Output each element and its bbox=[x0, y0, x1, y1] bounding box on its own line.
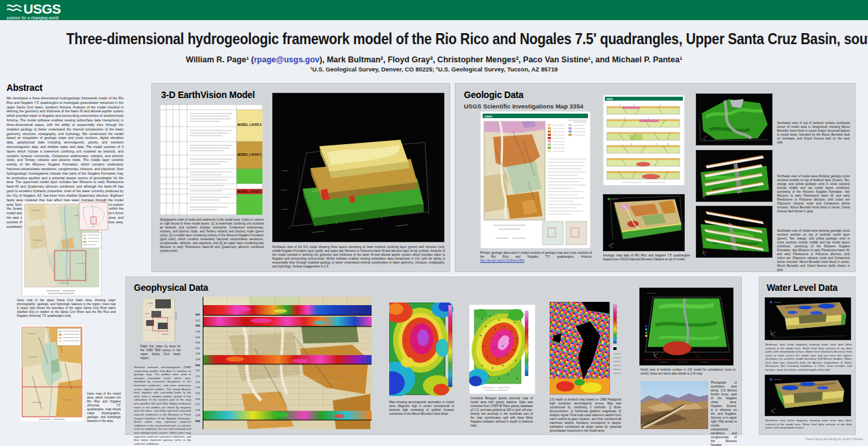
svg-text:3: 3 bbox=[568, 327, 570, 330]
bedrock-surface-view-image bbox=[696, 93, 772, 145]
cross-sections-sheet-image: USGS bbox=[603, 95, 685, 186]
tem-label: 519 bbox=[192, 414, 200, 417]
tem-label: 513 bbox=[192, 381, 200, 384]
svg-text:5: 5 bbox=[564, 350, 566, 353]
flight-line-index-image bbox=[142, 298, 177, 342]
affiliations-line: ¹U.S. Geological Survey, Denver, CO 8022… bbox=[0, 66, 868, 73]
bedrock-surface-view-caption: Southeast view of top of bedrock surface… bbox=[777, 121, 850, 145]
bedrock-3d-north-view-caption: North view of bedrock surface in 3-D mod… bbox=[641, 368, 735, 376]
border-fence-photo-image bbox=[641, 381, 708, 429]
authors-prefix: William R. Page¹ ( bbox=[186, 55, 254, 64]
usgs-logo: USGS science for a changing world bbox=[6, 2, 61, 20]
authors-line: William R. Page¹ (rpage@usgs.gov), Mark … bbox=[0, 55, 868, 64]
geologic-subheading: USGS Scientific Investigations Map 3354 bbox=[464, 103, 583, 110]
tem-label: 504 bbox=[192, 330, 200, 333]
water-level-heading: Water Level Data bbox=[767, 282, 837, 293]
index-map-model-caption: Index map of the model area, which inclu… bbox=[87, 392, 121, 423]
depth-to-bedrock-map-image: 2345761 bbox=[550, 302, 622, 395]
tem-label: 511 bbox=[192, 369, 200, 372]
poster-credit: Poster layout and design by Jeremy Haven… bbox=[806, 438, 863, 441]
model-layer-2-label: MODEL LAYER 2 bbox=[238, 153, 262, 156]
sheet-usgs-logo-text: USGS bbox=[485, 115, 492, 118]
aeromagnetic-map-image bbox=[389, 303, 454, 396]
page-title: Three-dimensional hydrogeologic framewor… bbox=[66, 30, 868, 48]
cross-sections-se-view-caption: Southeast view of model area showing geo… bbox=[777, 229, 850, 272]
tem-label: 512 bbox=[192, 375, 200, 378]
svg-text:2: 2 bbox=[594, 315, 596, 318]
index-map-basin-caption: Index map of the upper Santa Cruz basin … bbox=[17, 299, 116, 318]
tem-label: 506 bbox=[192, 341, 200, 344]
model-layer-1-label: MODEL LAYER 1 bbox=[238, 190, 262, 193]
geophysical-panel: Geophysical Data Flight line index by ar… bbox=[125, 277, 742, 435]
svg-text:1: 1 bbox=[578, 312, 580, 316]
abstract-heading: Abstract bbox=[6, 82, 125, 93]
authors-suffix: ), Mark Bultman², Floyd Gray², Christoph… bbox=[320, 55, 682, 64]
cross-sections-se-view-image bbox=[696, 206, 772, 258]
tem-label: 503 bbox=[192, 325, 200, 327]
gravity-caption: Complete Bouguer gravity anomaly map of … bbox=[470, 397, 533, 428]
earthvision-panel: 3-D EarthVision Model MODEL LAYER 3 MODE… bbox=[151, 83, 450, 272]
water-level-panel: Water Level Data Northeast view (chair d… bbox=[759, 277, 856, 435]
index-map-model-image bbox=[19, 325, 84, 422]
water-level-nw-view-image bbox=[765, 375, 851, 416]
tem-label: 520 bbox=[192, 420, 200, 423]
usgs-wave-icon bbox=[6, 3, 22, 14]
geologic-map-caption: Primary geologic data used in model cons… bbox=[480, 251, 592, 263]
draped-geology-caption: Geologic map data of Rio Rico and Nogale… bbox=[603, 254, 690, 262]
tem-label: 502 bbox=[192, 319, 200, 322]
tem-label: 515 bbox=[192, 392, 200, 395]
tem-label: 514 bbox=[192, 386, 200, 389]
earthvision-3d-model-caption: Northwest view of full 3-D model showing… bbox=[272, 245, 445, 269]
sheet-usgs-logo-text-2: USGS bbox=[607, 98, 613, 101]
index-map-basin-image bbox=[18, 201, 109, 297]
earthvision-3d-model-image bbox=[272, 93, 444, 242]
tem-label: 509 bbox=[192, 358, 200, 361]
tem-label: 508 bbox=[192, 353, 200, 355]
tem-label: 501 bbox=[192, 314, 200, 316]
geologic-map-sheet-image: USGS bbox=[480, 111, 591, 249]
water-level-nw-view-caption: Northwest view (chair diagram) showing w… bbox=[765, 419, 852, 430]
border-fence-photo-caption: Photograph of southwest view along U.S.-… bbox=[711, 381, 737, 446]
stratigraphic-chart-image: MODEL LAYER 3 MODEL LAYER 2 MODEL LAYER … bbox=[160, 105, 262, 215]
stratigraphic-chart-caption: Stratigraphic chart of rocks and sedimen… bbox=[160, 218, 264, 253]
geologic-map-doi-link[interactable]: http://dx.doi.org/10.3133/sim3354 bbox=[480, 259, 524, 262]
flight-line-caption: Flight line index by area for the 1998 T… bbox=[140, 345, 181, 360]
bedrock-3d-north-view-image bbox=[639, 288, 734, 365]
water-level-ne-view-image bbox=[765, 297, 851, 340]
svg-text:7: 7 bbox=[587, 369, 589, 373]
water-level-ne-view-caption: Northeast view (chair diagram) showing w… bbox=[765, 343, 852, 372]
geologic-panel: Geologic Data USGS Scientific Investigat… bbox=[455, 83, 856, 272]
cross-sections-ne-view-caption: Northeast view of model area showing geo… bbox=[777, 175, 850, 214]
draped-geology-model-image bbox=[603, 194, 685, 251]
svg-text:4: 4 bbox=[602, 342, 604, 345]
earthvision-heading: 3-D EarthVision Model bbox=[161, 90, 255, 100]
depth-to-bedrock-caption: 2-D depth to bedrock map based on 1998 P… bbox=[550, 398, 621, 433]
tem-label: 507 bbox=[192, 347, 200, 350]
aeromagnetic-caption: Map showing aeromagnetic anomalies in mo… bbox=[389, 401, 454, 416]
tem-label: 518 bbox=[192, 409, 200, 412]
svg-text:6: 6 bbox=[557, 372, 559, 375]
usgs-logo-text: USGS bbox=[23, 2, 61, 16]
tem-label: 510 bbox=[192, 364, 200, 367]
author-email-link[interactable]: rpage@usgs.gov bbox=[254, 55, 320, 64]
usgs-header-bar: USGS science for a changing world bbox=[0, 0, 868, 20]
tem-profiles-map-image bbox=[203, 297, 372, 429]
gravity-map-image bbox=[469, 304, 535, 394]
tem-profiles-text: Selected transient electromagnetic (TEM)… bbox=[134, 365, 191, 445]
tem-label: 516 bbox=[192, 398, 200, 401]
tem-label: 505 bbox=[192, 336, 200, 339]
cross-sections-ne-view-image bbox=[696, 150, 772, 202]
tem-label: 517 bbox=[192, 403, 200, 406]
model-layer-3-label: MODEL LAYER 3 bbox=[238, 123, 262, 127]
geophysical-heading: Geophysical Data bbox=[134, 282, 208, 293]
usgs-tagline: science for a changing world bbox=[6, 16, 61, 20]
geologic-heading: Geologic Data bbox=[464, 90, 524, 100]
poster-root: USGS science for a changing world Three-… bbox=[0, 0, 868, 446]
geologic-map-caption-text: Primary geologic data used in model cons… bbox=[480, 251, 592, 258]
